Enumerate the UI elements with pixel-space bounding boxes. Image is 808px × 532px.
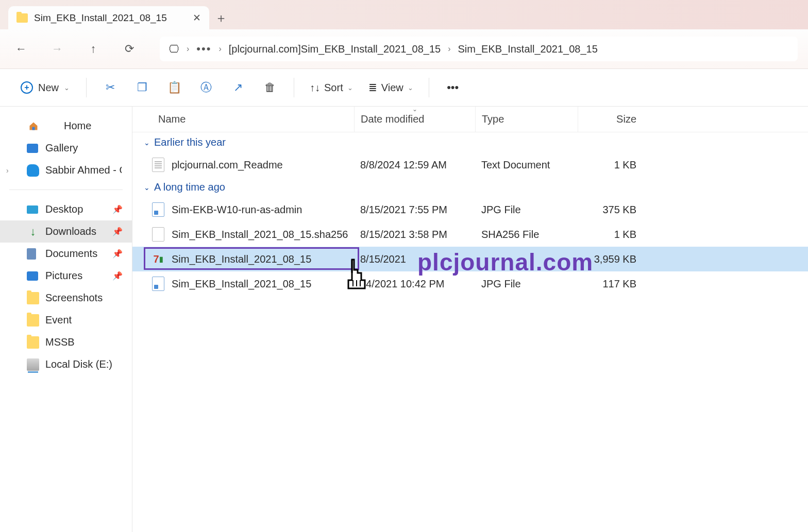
sidebar-item-desktop[interactable]: Desktop 📌 (0, 198, 132, 220)
column-header-size[interactable]: Size (578, 107, 645, 132)
group-label: Earlier this year (154, 136, 226, 148)
sidebar-label: Event (45, 314, 72, 326)
file-name: plcjournal.com_Readme (172, 159, 283, 171)
disk-icon (27, 358, 39, 371)
more-icon[interactable]: ••• (440, 74, 466, 101)
image-file-icon (152, 277, 164, 291)
file-type: SHA256 File (475, 229, 578, 241)
titlebar: Sim_EKB_Install_2021_08_15 ✕ ＋ (0, 0, 808, 29)
rename-icon[interactable]: Ⓐ (193, 74, 220, 101)
sidebar: Home Gallery › Sabbir Ahmed - Glo Deskto… (0, 107, 132, 532)
toolbar: + New ⌄ ✂ ❐ 📋 Ⓐ ↗ 🗑 ↑↓ Sort ⌄ ≣ View ⌄ •… (0, 69, 808, 107)
new-button[interactable]: + New ⌄ (14, 77, 76, 98)
chevron-right-icon: › (218, 44, 221, 54)
column-header-date[interactable]: ⌄ Date modified (354, 107, 475, 132)
sidebar-item-downloads[interactable]: ↓ Downloads 📌 (0, 220, 132, 243)
plus-circle-icon: + (21, 81, 33, 94)
file-row[interactable]: Sim-EKB-W10-run-as-admin 8/15/2021 7:55 … (132, 197, 808, 222)
sidebar-label: Home (64, 120, 91, 132)
column-header-name[interactable]: Name (132, 113, 354, 125)
chevron-down-icon: ⌄ (144, 183, 150, 192)
view-icon: ≣ (368, 81, 377, 94)
close-tab-icon[interactable]: ✕ (193, 12, 201, 24)
file-type: Text Document (475, 159, 578, 171)
sidebar-label: MSSB (45, 336, 75, 348)
group-header[interactable]: ⌄ Earlier this year (132, 132, 808, 152)
desktop-icon (27, 205, 38, 214)
file-row[interactable]: Sim_EKB_Install_2021_08_15.sha256 8/15/2… (132, 222, 808, 247)
sidebar-label: Local Disk (E:) (45, 358, 112, 370)
sidebar-item-gallery[interactable]: Gallery (0, 137, 132, 159)
sort-label: Sort (324, 82, 343, 94)
file-size: 117 KB (578, 278, 645, 290)
file-row-selected[interactable]: 7▮ Sim_EKB_Install_2021_08_15 8/15/2021 … (132, 247, 808, 271)
documents-icon (27, 248, 36, 260)
sidebar-item-event[interactable]: Event (0, 309, 132, 331)
sidebar-item-home[interactable]: Home (0, 115, 132, 137)
file-size: 1 KB (578, 229, 645, 241)
group-header[interactable]: ⌄ A long time ago (132, 177, 808, 197)
folder-icon (27, 292, 39, 304)
address-bar[interactable]: 🖵 › ••• › [plcjournal.com]Sim_EKB_Instal… (160, 37, 798, 61)
chevron-right-icon: › (448, 44, 450, 54)
pin-icon[interactable]: 📌 (112, 271, 123, 281)
sort-button[interactable]: ↑↓ Sort ⌄ (305, 78, 358, 98)
tab-title: Sim_EKB_Install_2021_08_15 (34, 12, 187, 24)
file-date: 14/2021 10:42 PM (354, 278, 475, 290)
file-size: 3,959 KB (578, 253, 645, 265)
file-type: JPG File (475, 278, 578, 290)
new-tab-button[interactable]: ＋ (209, 6, 232, 29)
chevron-down-icon: ⌄ (408, 84, 413, 92)
sidebar-label: Screenshots (45, 292, 103, 304)
breadcrumb-segment[interactable]: Sim_EKB_Install_2021_08_15 (458, 43, 597, 55)
pin-icon[interactable]: 📌 (112, 249, 123, 259)
pictures-icon (27, 271, 38, 281)
separator (294, 78, 294, 97)
file-name: Sim-EKB-W10-run-as-admin (172, 204, 302, 216)
group-label: A long time ago (154, 181, 225, 193)
view-button[interactable]: ≣ View ⌄ (363, 77, 418, 98)
address-row: ← → ↑ ⟳ 🖵 › ••• › [plcjournal.com]Sim_EK… (0, 29, 808, 69)
forward-button[interactable]: → (46, 38, 68, 60)
separator (86, 78, 87, 97)
file-row[interactable]: plcjournal.com_Readme 8/8/2024 12:59 AM … (132, 152, 808, 177)
file-name: Sim_EKB_Install_2021_08_15.sha256 (172, 229, 348, 241)
sidebar-item-screenshots[interactable]: Screenshots (0, 287, 132, 309)
chevron-right-icon: › (187, 44, 189, 54)
pin-icon[interactable]: 📌 (112, 204, 123, 214)
application-icon: 7▮ (152, 252, 164, 266)
onedrive-icon (27, 164, 39, 177)
column-header-type[interactable]: Type (475, 107, 578, 132)
home-icon (28, 121, 39, 131)
file-row[interactable]: Sim_EKB_Install_2021_08_15 14/2021 10:42… (132, 271, 808, 296)
cut-icon[interactable]: ✂ (97, 74, 124, 101)
breadcrumb-segment[interactable]: [plcjournal.com]Sim_EKB_Install_2021_08_… (229, 43, 441, 55)
pin-icon[interactable]: 📌 (112, 227, 123, 236)
refresh-button[interactable]: ⟳ (119, 38, 140, 60)
download-icon: ↓ (27, 226, 39, 238)
main-area: Home Gallery › Sabbir Ahmed - Glo Deskto… (0, 107, 808, 532)
window-tab[interactable]: Sim_EKB_Install_2021_08_15 ✕ (8, 6, 209, 29)
sidebar-item-pictures[interactable]: Pictures 📌 (0, 265, 132, 287)
sidebar-item-documents[interactable]: Documents 📌 (0, 243, 132, 265)
back-button[interactable]: ← (10, 38, 32, 60)
file-date: 8/15/2021 3:58 PM (354, 229, 475, 241)
sidebar-item-mssb[interactable]: MSSB (0, 331, 132, 353)
copy-icon[interactable]: ❐ (129, 74, 156, 101)
image-file-icon (152, 202, 164, 217)
overflow-icon[interactable]: ••• (196, 42, 211, 56)
share-icon[interactable]: ↗ (225, 74, 251, 101)
delete-icon[interactable]: 🗑 (257, 74, 283, 101)
paste-icon[interactable]: 📋 (161, 74, 188, 101)
sidebar-label: Desktop (45, 203, 83, 215)
file-date: 8/15/2021 7:55 PM (354, 204, 475, 216)
chevron-right-icon[interactable]: › (6, 166, 9, 175)
sidebar-item-localdisk[interactable]: Local Disk (E:) (0, 353, 132, 375)
file-size: 1 KB (578, 159, 645, 171)
chevron-down-icon: ⌄ (64, 84, 70, 92)
sidebar-item-onedrive[interactable]: › Sabbir Ahmed - Glo (0, 159, 132, 181)
up-button[interactable]: ↑ (82, 38, 104, 60)
view-label: View (381, 82, 403, 94)
sidebar-label: Documents (45, 248, 97, 260)
generic-file-icon (152, 227, 164, 242)
